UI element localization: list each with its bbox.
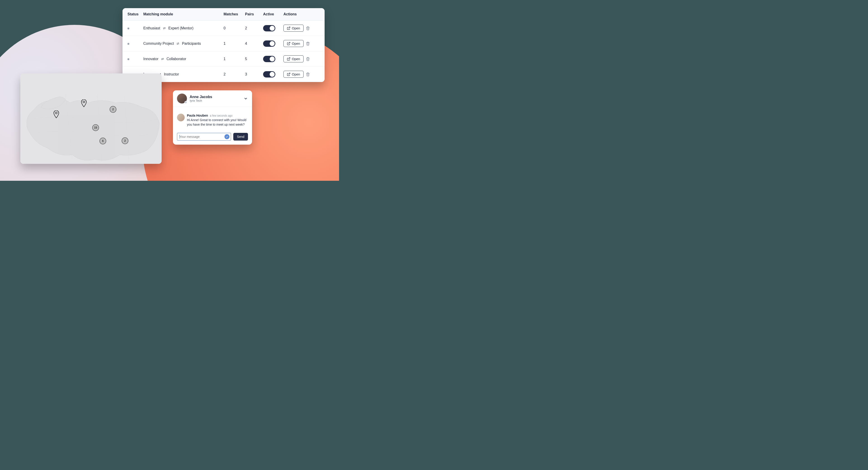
swap-icon <box>160 57 165 61</box>
map-canvas[interactable]: 21562 <box>20 73 162 164</box>
map-outline <box>20 73 162 164</box>
pairs-cell: 2 <box>245 26 263 30</box>
module-cell: Community ProjectParticipants <box>143 41 223 45</box>
active-toggle[interactable] <box>263 40 275 47</box>
module-left: Community Project <box>143 41 174 45</box>
col-header-pairs: Pairs <box>245 12 263 16</box>
map-cluster[interactable]: 2 <box>122 137 128 144</box>
chat-header: Anne Jacobs Iyrix Tech <box>173 90 252 107</box>
chat-contact-avatar[interactable] <box>177 94 187 103</box>
svg-point-1 <box>83 101 85 103</box>
pairs-cell: 3 <box>245 72 263 76</box>
table-header-row: Status Matching module Matches Pairs Act… <box>123 8 324 21</box>
matching-modules-table: Status Matching module Matches Pairs Act… <box>123 8 324 82</box>
message-text: Hi Anne! Great to connect with you! Woul… <box>187 118 248 127</box>
matches-cell: 1 <box>223 57 245 61</box>
map-cluster[interactable]: 2 <box>110 106 116 113</box>
matches-cell: 2 <box>223 72 245 76</box>
status-dot <box>127 28 129 29</box>
chat-contact-name: Anne Jacobs <box>190 95 212 99</box>
message-input[interactable] <box>180 135 223 138</box>
message-author: Paula Houben <box>187 114 208 117</box>
col-header-actions: Actions <box>283 12 320 16</box>
module-right: Expert (Mentor) <box>168 26 193 30</box>
message-time: a few seconds ago <box>210 114 232 117</box>
map-cluster[interactable]: 15 <box>92 124 99 131</box>
send-button[interactable]: Send <box>233 133 248 140</box>
active-toggle[interactable] <box>263 71 275 77</box>
module-right: Instructor <box>164 72 179 76</box>
open-button[interactable]: Open <box>283 40 304 47</box>
module-left: Innovator <box>143 57 158 61</box>
message-author-avatar[interactable] <box>177 114 185 121</box>
map-card: 21562 <box>20 73 162 164</box>
swap-icon <box>176 42 180 45</box>
chat-input-container[interactable] <box>177 133 231 140</box>
open-button[interactable]: Open <box>283 55 304 62</box>
col-header-matches: Matches <box>223 12 245 16</box>
svg-point-0 <box>55 112 57 114</box>
col-header-module: Matching module <box>143 12 223 16</box>
module-right: Collaborator <box>166 57 186 61</box>
pairs-cell: 5 <box>245 57 263 61</box>
trash-icon[interactable] <box>306 72 310 76</box>
module-left: Enthusiast <box>143 26 160 30</box>
table-row: Community ProjectParticipants14Open <box>123 36 324 51</box>
chat-card: Anne Jacobs Iyrix Tech Paula Houben a fe… <box>173 90 252 145</box>
open-button[interactable]: Open <box>283 71 304 78</box>
status-dot <box>127 58 129 60</box>
trash-icon[interactable] <box>306 41 310 45</box>
chat-input-row: Send <box>173 130 252 145</box>
matches-cell: 1 <box>223 41 245 45</box>
map-cluster[interactable]: 6 <box>99 137 106 145</box>
status-dot <box>127 43 129 45</box>
chat-contact-company: Iyrix Tech <box>190 99 212 102</box>
table-row: InnovatorCollaborator15Open <box>123 51 324 67</box>
presence-dot <box>184 101 187 104</box>
trash-icon[interactable] <box>306 57 310 61</box>
chevron-down-icon[interactable] <box>243 96 248 101</box>
active-toggle[interactable] <box>263 25 275 31</box>
table-row: EnthusiastExpert (Mentor)02Open <box>123 21 324 36</box>
map-pin-icon[interactable] <box>54 111 59 118</box>
chat-message: Paula Houben a few seconds ago Hi Anne! … <box>177 114 248 127</box>
module-cell: EnthusiastExpert (Mentor) <box>143 26 223 30</box>
col-header-status: Status <box>127 12 143 16</box>
trash-icon[interactable] <box>306 26 310 30</box>
open-button[interactable]: Open <box>283 25 304 32</box>
module-cell: InnovatorCollaborator <box>143 57 223 61</box>
chat-body: Paula Houben a few seconds ago Hi Anne! … <box>173 107 252 130</box>
pairs-cell: 4 <box>245 41 263 45</box>
matches-cell: 0 <box>223 26 245 30</box>
map-pin-icon[interactable] <box>81 99 87 107</box>
check-icon[interactable] <box>224 134 229 139</box>
module-right: Participants <box>182 41 201 45</box>
col-header-active: Active <box>263 12 283 16</box>
swap-icon <box>162 26 166 30</box>
active-toggle[interactable] <box>263 56 275 62</box>
